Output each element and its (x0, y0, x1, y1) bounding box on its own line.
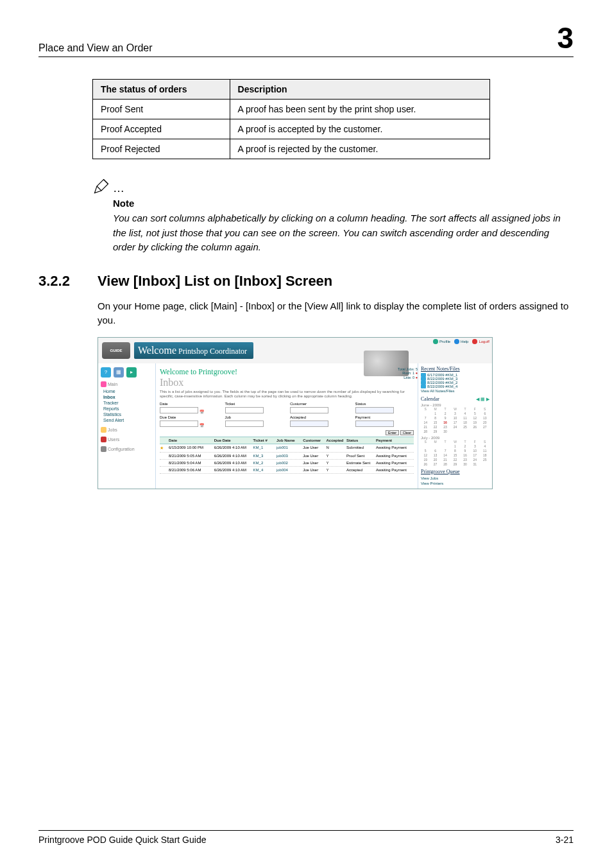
app-screenshot: GUIDE Welcome Printshop Coordinator Prof… (98, 337, 493, 489)
desc-cell: A proof is accepted by the customer. (230, 119, 489, 139)
sidebar-section-config[interactable]: Configuration (101, 446, 153, 452)
table-row: Proof Accepted A proof is accepted by th… (93, 119, 490, 139)
note-dots: … (113, 182, 126, 195)
footer-right: 3-21 (556, 835, 574, 845)
sidebar-item-home[interactable]: Home (101, 388, 153, 394)
sidebar-item-sendalert[interactable]: Send Alert (101, 417, 153, 423)
inbox-row[interactable]: ★ 6/15/2009 10:00 PM 6/26/2009 4:10 AM K… (160, 444, 414, 453)
right-pane: Recent Notes/Files 6/17/2009 #KM_1 8/22/… (418, 363, 492, 489)
status-th-desc: Description (230, 80, 489, 100)
footer-left: Printgroove POD Guide Quick Start Guide (38, 835, 206, 845)
sidebar-item-reports[interactable]: Reports (101, 406, 153, 412)
section-title: View [Inbox] List on [Inbox] Screen (98, 273, 332, 290)
queue-heading: Printgroove Queue (421, 469, 489, 474)
star-icon: ★ (160, 446, 167, 451)
status-th-status: The status of orders (93, 80, 230, 100)
users-icon (101, 437, 106, 442)
view-printers-link[interactable]: View Printers (421, 481, 489, 486)
view-jobs-link[interactable]: View Jobs (421, 476, 489, 481)
note-icon (421, 377, 426, 381)
status-cell: Proof Accepted (93, 119, 230, 139)
view-all-notes-link[interactable]: View All Notes/Files (421, 388, 489, 394)
status-cell: Proof Sent (93, 100, 230, 119)
section-body: On your Home page, click [Main] - [Inbox… (98, 299, 574, 328)
col-date[interactable]: Date (169, 438, 213, 442)
col-accepted[interactable]: Accepted (327, 438, 345, 442)
col-jobname[interactable]: Job Name (276, 438, 302, 442)
date-input[interactable] (160, 407, 198, 413)
enter-button[interactable]: Enter (386, 430, 399, 435)
inbox-row[interactable]: 8/21/2009 5:05 AM 6/26/2009 4:10 AM KM_3… (160, 453, 414, 460)
inbox-description: This is a list of jobs assigned to you. … (160, 390, 414, 400)
refresh-icon[interactable]: ▸ (126, 367, 137, 378)
filter-row: Date 📅 Due Date 📅 Ticket Job C (160, 402, 414, 435)
desc-cell: A proof has been sent by the print shop … (230, 100, 489, 119)
calendar-july: SMTWTFS 1234 567891011 12131415161718 19… (421, 440, 489, 466)
job-input[interactable] (225, 421, 264, 427)
col-customer[interactable]: Customer (303, 438, 325, 442)
welcome-big: Welcome (138, 345, 176, 356)
col-payment[interactable]: Payment (376, 438, 414, 442)
sidebar-item-inbox[interactable]: Inbox (101, 394, 153, 400)
help-link[interactable]: Help (454, 339, 468, 344)
inbox-row[interactable]: 8/21/2009 5:04 AM 6/26/2009 4:10 AM KM_2… (160, 460, 414, 467)
sidebar-section-main[interactable]: Main (101, 381, 153, 387)
note-heading: Note (113, 198, 574, 209)
clear-button[interactable]: Clear (400, 430, 414, 435)
note-icon (421, 385, 426, 388)
accepted-select[interactable] (290, 421, 328, 427)
status-table: The status of orders Description Proof S… (92, 79, 490, 159)
inbox-row[interactable]: 8/21/2009 5:06 AM 6/26/2009 4:10 AM KM_4… (160, 467, 414, 474)
note-icon (421, 381, 426, 385)
sidebar-section-jobs[interactable]: Jobs (101, 427, 153, 433)
logoff-link[interactable]: Logoff (472, 339, 489, 344)
duedate-input[interactable] (160, 421, 198, 427)
note-body: You can sort columns alphabetically by c… (113, 211, 574, 255)
desc-cell: A proof is rejected by the customer. (230, 139, 489, 159)
person-icon (433, 339, 438, 344)
chapter-number: 3 (557, 23, 574, 54)
welcome-banner: Welcome Printshop Coordinator (134, 342, 253, 359)
status-cell: Proof Rejected (93, 139, 230, 159)
col-duedate[interactable]: Due Date (214, 438, 252, 442)
table-row: Proof Rejected A proof is rejected by th… (93, 139, 490, 159)
profile-link[interactable]: Profile (433, 339, 450, 344)
note-block: … Note You can sort columns alphabetical… (92, 177, 574, 255)
payment-select[interactable] (355, 421, 394, 427)
main-icon (101, 381, 106, 387)
logoff-icon (472, 339, 477, 344)
jobs-icon (101, 427, 106, 433)
recent-notes-heading: Recent Notes/Files (421, 366, 489, 372)
pencil-icon (92, 177, 110, 195)
inbox-header-row: Date Due Date Ticket # Job Name Customer… (160, 437, 414, 444)
calendar-heading: Calendar (421, 396, 439, 402)
note-icon (421, 373, 426, 377)
col-status[interactable]: Status (346, 438, 375, 442)
sidebar: ? ▦ ▸ Main Home Inbox Tracker Reports St… (98, 363, 156, 489)
welcome-text: Welcome to Printgroove! (160, 367, 414, 377)
sidebar-item-tracker[interactable]: Tracker (101, 400, 153, 406)
calendar-nav[interactable]: ◀ ▦ ▶ (476, 397, 489, 402)
page-title: Place and View an Order (38, 42, 153, 54)
status-select[interactable] (355, 407, 394, 413)
inbox-heading: Inbox (160, 377, 414, 388)
gear-icon (101, 446, 106, 452)
section-number: 3.2.2 (38, 273, 82, 290)
help-icon[interactable]: ? (101, 367, 111, 378)
sidebar-section-users[interactable]: Users (101, 437, 153, 442)
customer-input[interactable] (290, 407, 328, 413)
guide-logo: GUIDE (102, 342, 130, 359)
grid-icon[interactable]: ▦ (114, 367, 124, 378)
calendar-june: SMTWTFS 123456 78910111213 1415161718192… (421, 407, 489, 433)
col-ticket[interactable]: Ticket # (253, 438, 275, 442)
jobs-summary: Total Jobs: 5 Rush: 1 ● Late: 0 ● (398, 367, 418, 380)
main-content: Welcome to Printgroove! Inbox Total Jobs… (156, 363, 418, 489)
sidebar-item-statistics[interactable]: Statistics (101, 412, 153, 417)
welcome-small: Printshop Coordinator (176, 347, 247, 356)
table-row: Proof Sent A proof has been sent by the … (93, 100, 490, 119)
help-icon (454, 339, 459, 344)
ticket-input[interactable] (225, 407, 264, 413)
